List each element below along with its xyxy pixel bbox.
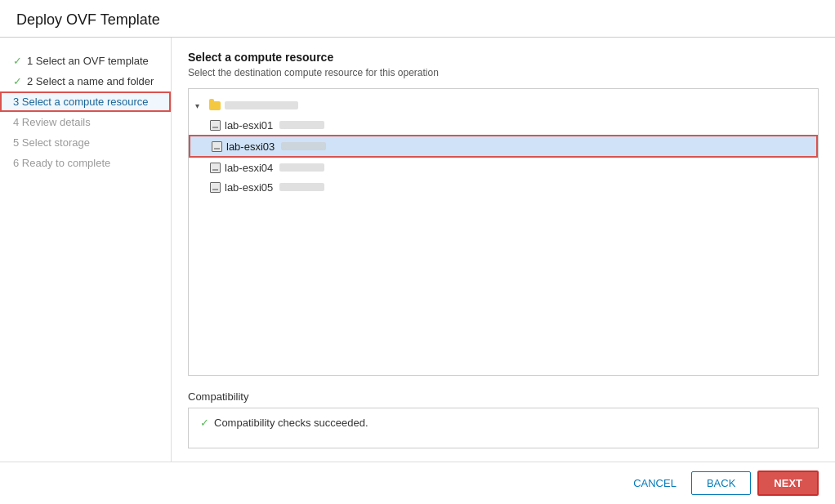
sidebar-item-step1[interactable]: ✓ 1 Select an OVF template — [0, 51, 171, 71]
compute-resource-tree[interactable]: ▾ lab-esxi01 — [188, 88, 819, 376]
sidebar-label-step1: 1 Select an OVF template — [27, 55, 149, 67]
compat-message-text: Compatibility checks succeeded. — [214, 417, 368, 429]
check-icon-step2: ✓ — [13, 75, 22, 87]
sidebar-label-step3: 3 Select a compute resource — [13, 96, 148, 108]
esxi05-suffix-blurred — [279, 183, 324, 191]
server-icon-esxi04 — [208, 161, 221, 174]
sidebar-label-step5: 5 Select storage — [13, 136, 90, 149]
chevron-down-icon-root[interactable]: ▾ — [195, 101, 205, 110]
compatibility-section: Compatibility ✓ Compatibility checks suc… — [188, 390, 819, 448]
check-icon-step1: ✓ — [13, 55, 22, 67]
esxi04-suffix-blurred — [279, 163, 324, 172]
tree-row-root[interactable]: ▾ — [189, 96, 818, 115]
tree-row-esxi04[interactable]: lab-esxi04 — [189, 158, 818, 177]
tree-row-esxi03[interactable]: lab-esxi03 — [189, 135, 818, 158]
server-icon-esxi05 — [208, 181, 221, 194]
next-button[interactable]: NEXT — [757, 471, 819, 496]
page-title: Deploy OVF Template — [16, 11, 819, 29]
tree-content: ▾ lab-esxi01 — [189, 89, 818, 203]
root-label-blurred — [225, 101, 298, 109]
tree-row-esxi05[interactable]: lab-esxi05 — [189, 177, 818, 197]
section-title: Select a compute resource — [188, 51, 819, 64]
section-subtitle: Select the destination compute resource … — [188, 67, 819, 78]
sidebar-item-step2[interactable]: ✓ 2 Select a name and folder — [0, 71, 171, 91]
sidebar-item-step6: 6 Ready to complete — [0, 153, 171, 173]
sidebar-label-step6: 6 Ready to complete — [13, 157, 110, 169]
esxi03-suffix-blurred — [281, 142, 326, 150]
back-button[interactable]: BACK — [691, 471, 751, 495]
sidebar-label-step2: 2 Select a name and folder — [27, 75, 154, 87]
right-panel: Select a compute resource Select the des… — [172, 38, 835, 462]
tree-label-esxi05: lab-esxi05 — [225, 181, 273, 194]
tree-label-esxi03: lab-esxi03 — [226, 140, 275, 153]
sidebar-item-step5: 5 Select storage — [0, 132, 171, 153]
sidebar-item-step3[interactable]: 3 Select a compute resource — [0, 91, 171, 112]
sidebar: ✓ 1 Select an OVF template ✓ 2 Select a … — [0, 38, 172, 462]
tree-label-esxi04: lab-esxi04 — [225, 162, 273, 174]
dialog-footer: CANCEL BACK NEXT — [0, 462, 835, 504]
sidebar-label-step4: 4 Review details — [13, 116, 91, 128]
compatibility-message: ✓ Compatibility checks succeeded. — [200, 417, 806, 429]
server-icon-esxi03 — [210, 140, 223, 153]
main-content: ✓ 1 Select an OVF template ✓ 2 Select a … — [0, 38, 835, 462]
compatibility-box: ✓ Compatibility checks succeeded. — [188, 408, 819, 448]
folder-icon-root — [208, 99, 221, 112]
server-icon-esxi01 — [208, 118, 221, 132]
deploy-ovf-dialog: Deploy OVF Template ✓ 1 Select an OVF te… — [0, 0, 835, 504]
esxi01-suffix-blurred — [279, 121, 324, 129]
compatibility-label: Compatibility — [188, 390, 819, 403]
dialog-header: Deploy OVF Template — [0, 0, 835, 38]
compat-check-icon: ✓ — [200, 417, 209, 429]
sidebar-item-step4: 4 Review details — [0, 112, 171, 132]
tree-row-esxi01[interactable]: lab-esxi01 — [189, 115, 818, 135]
cancel-button[interactable]: CANCEL — [625, 472, 685, 494]
tree-label-esxi01: lab-esxi01 — [225, 119, 273, 132]
